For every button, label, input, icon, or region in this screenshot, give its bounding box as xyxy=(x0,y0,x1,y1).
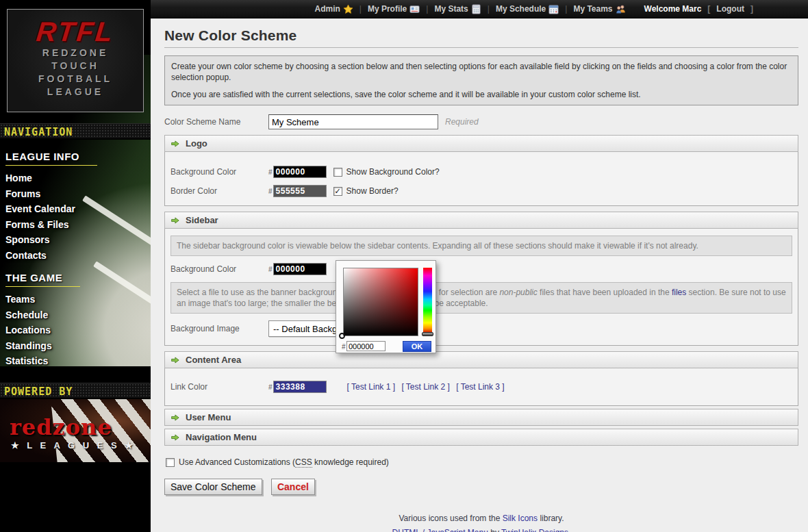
twinhelix-link[interactable]: TwinHelix Designs xyxy=(501,528,568,532)
cancel-button[interactable]: Cancel xyxy=(271,479,315,495)
background-image-row: Background Image -- Default Background I… xyxy=(171,320,792,337)
hash-prefix: # xyxy=(268,266,273,273)
link-color-swatch[interactable]: 333388 xyxy=(273,381,327,393)
hash-prefix: # xyxy=(268,168,273,176)
sidebar-item-statistics[interactable]: Statistics xyxy=(5,353,151,369)
note-emphasis: non-public xyxy=(499,288,537,297)
footer-line-2: DHTML / JavaScript Menu by TwinHelix Des… xyxy=(164,528,798,532)
sidebar-item-locations[interactable]: Locations xyxy=(5,322,151,338)
logo-border-color-swatch[interactable]: 555555 xyxy=(273,185,327,197)
picker-hex-input[interactable] xyxy=(346,341,386,351)
sidebar-item-schedule[interactable]: Schedule xyxy=(5,307,151,323)
topbar-item-my-profile[interactable]: My Profile xyxy=(368,4,420,14)
intro-paragraph-1: Create your own color scheme by choosing… xyxy=(171,61,792,83)
sidebar-item-event-calendar[interactable]: Event Calendar xyxy=(5,201,151,217)
separator: | xyxy=(565,4,567,14)
hash-prefix: # xyxy=(268,383,273,391)
sidebar-item-standings[interactable]: Standings xyxy=(5,338,151,354)
league-logo-line: REDZONE xyxy=(8,47,143,60)
section-header-logo[interactable]: Logo xyxy=(164,135,798,152)
section-body-content-area: Link Color # 333388 [ Test Link 1 ] [ Te… xyxy=(164,368,798,406)
sidebar-item-forums[interactable]: Forums xyxy=(5,186,151,202)
dhtml-menu-link[interactable]: DHTML / JavaScript Menu xyxy=(392,528,488,532)
test-link-1[interactable]: [ Test Link 1 ] xyxy=(347,382,395,392)
saturation-value-square[interactable] xyxy=(343,268,418,336)
sidebar-background-color-swatch[interactable]: 000000 xyxy=(273,263,327,275)
logout-link[interactable]: Logout xyxy=(716,4,744,14)
vcard-icon xyxy=(409,4,420,14)
sidebar-bg-note: The sidebar background color is viewable… xyxy=(171,236,792,256)
footer-text: by xyxy=(488,528,501,532)
form-buttons: Save Color Scheme Cancel xyxy=(164,479,798,495)
league-logo-line: FOOTBALL xyxy=(8,73,143,86)
footer-text: library. xyxy=(538,514,564,523)
css-abbr: CSS xyxy=(295,457,312,468)
show-border-checkbox[interactable]: ✓ xyxy=(333,187,342,196)
checkbox-label: Show Background Color? xyxy=(346,167,440,177)
color-picker-popup: # OK xyxy=(336,260,436,353)
footer-line-1: Various icons used from the Silk Icons l… xyxy=(164,514,798,523)
green-arrow-icon xyxy=(170,139,179,149)
content-column: Admin | My Profile | My Stats | xyxy=(151,0,808,532)
topbar-item-my-teams[interactable]: My Teams xyxy=(573,4,625,14)
green-arrow-icon xyxy=(170,413,179,422)
league-logo-abbr: RTFL xyxy=(6,16,145,47)
advanced-label-pre: Use Advanced Customizations ( xyxy=(179,457,295,467)
topbar-stats-label: My Stats xyxy=(434,4,468,14)
sidebar-item-home[interactable]: Home xyxy=(5,170,151,186)
league-logo[interactable]: RTFL REDZONE TOUCH FOOTBALL LEAGUE xyxy=(7,9,144,112)
required-hint: Required xyxy=(445,117,479,127)
sidebar-item-contacts[interactable]: Contacts xyxy=(5,248,151,264)
section-header-user-menu[interactable]: User Menu xyxy=(164,409,798,426)
green-arrow-icon xyxy=(170,216,179,225)
silk-icons-link[interactable]: Silk Icons xyxy=(503,514,538,523)
scheme-name-label: Color Scheme Name xyxy=(164,117,268,127)
footer-text: . xyxy=(568,528,570,532)
topbar-item-my-schedule[interactable]: My Schedule xyxy=(496,4,559,14)
sidebar-item-forms-files[interactable]: Forms & Files xyxy=(5,217,151,233)
files-link[interactable]: files xyxy=(672,288,686,297)
main-content: New Color Scheme Create your own color s… xyxy=(151,18,808,532)
page-footer: Various icons used from the Silk Icons l… xyxy=(164,514,798,532)
sidebar-background-color-row: Background Color # 000000 xyxy=(171,263,792,275)
field-label: Background Image xyxy=(171,324,268,333)
section-header-sidebar[interactable]: Sidebar xyxy=(164,212,798,229)
note-text: files that have been uploaded in the xyxy=(538,288,672,297)
topbar-teams-label: My Teams xyxy=(573,4,612,14)
star-icon xyxy=(343,4,353,14)
redzone-leagues-logo[interactable]: redzone ★ L E A G U E S ★ xyxy=(0,399,151,462)
section-header-content-area[interactable]: Content Area xyxy=(164,351,798,368)
group-icon xyxy=(616,4,626,14)
advanced-customizations-checkbox[interactable] xyxy=(166,458,175,467)
topbar-item-my-stats[interactable]: My Stats xyxy=(434,4,481,14)
separator: | xyxy=(488,4,490,14)
intro-paragraph-2: Once you are satisfied with the current … xyxy=(171,89,792,100)
test-link-3[interactable]: [ Test Link 3 ] xyxy=(456,382,504,392)
section-body-logo: Background Color # 000000 Show Backgroun… xyxy=(164,152,798,206)
topbar-profile-label: My Profile xyxy=(368,4,407,14)
hue-slider-handle[interactable] xyxy=(422,332,433,336)
hue-slider-bar[interactable] xyxy=(423,268,432,333)
calculator-icon xyxy=(471,4,481,14)
picker-ok-button[interactable]: OK xyxy=(403,341,431,352)
section-header-navigation-menu[interactable]: Navigation Menu xyxy=(164,429,798,446)
sidebar-item-teams[interactable]: Teams xyxy=(5,292,151,307)
topbar-item-admin[interactable]: Admin xyxy=(314,4,353,14)
save-color-scheme-button[interactable]: Save Color Scheme xyxy=(164,479,262,495)
footer-text: Various icons used from the xyxy=(399,514,503,523)
sidebar-item-sponsors[interactable]: Sponsors xyxy=(5,232,151,248)
welcome-user-text: Welcome Marc xyxy=(644,4,702,14)
league-logo-line: LEAGUE xyxy=(8,86,143,99)
test-link-2[interactable]: [ Test Link 2 ] xyxy=(401,382,449,392)
navigation-banner: NAVIGATION xyxy=(0,123,151,140)
separator: | xyxy=(359,4,362,14)
topbar-schedule-label: My Schedule xyxy=(496,4,546,14)
scheme-name-input[interactable] xyxy=(268,114,438,129)
logo-background-color-swatch[interactable]: 000000 xyxy=(273,166,327,178)
redzone-brand-name: redzone xyxy=(10,414,112,440)
league-sidebar: RTFL REDZONE TOUCH FOOTBALL LEAGUE NAVIG… xyxy=(0,0,151,532)
show-background-color-checkbox[interactable] xyxy=(333,168,342,177)
section-title-navigation-menu: Navigation Menu xyxy=(186,432,257,442)
scheme-name-row: Color Scheme Name Required xyxy=(164,114,798,129)
test-links: [ Test Link 1 ] [ Test Link 2 ] [ Test L… xyxy=(347,382,509,392)
